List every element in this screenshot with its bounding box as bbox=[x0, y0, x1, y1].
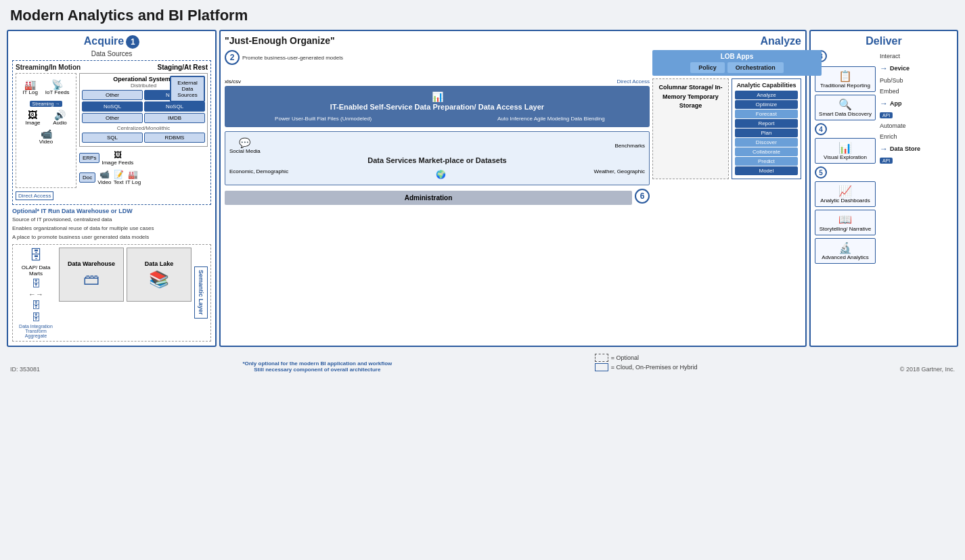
acquire-section: Acquire 1 Data Sources Streaming/In Moti… bbox=[7, 30, 217, 347]
legend-optional-label: = Optional bbox=[611, 354, 639, 361]
analytic-cap-box: Analytic Capabilities Analyze Optimize F… bbox=[732, 78, 801, 179]
data-store-arrow: → bbox=[880, 144, 888, 154]
data-warehouse-col: Data Warehouse 🗃 bbox=[59, 248, 124, 302]
streaming-tag: Streaming → bbox=[30, 101, 63, 107]
deliver-number-row: 3 bbox=[815, 50, 876, 62]
cap-report: Report bbox=[735, 119, 798, 128]
semantic-layer-label: Semantic Layer bbox=[194, 266, 208, 319]
enrich-label: Enrich bbox=[880, 133, 897, 140]
dashboards-icon: 📈 bbox=[838, 185, 852, 197]
video-icon-staging: 📹 Video bbox=[97, 170, 111, 185]
page-title: Modern Analytics and BI Platform bbox=[7, 7, 958, 24]
deliver-arrows-col: Interact → Device Pub/Sub Embed → App bbox=[880, 53, 920, 264]
number-2-circle: 2 bbox=[225, 50, 240, 65]
data-services-box: 💬 Social Media Benchmarks Data Services … bbox=[225, 131, 650, 185]
analyze-header: Analyze bbox=[761, 35, 801, 47]
smart-data-discovery: 🔍 Smart Data Discovery bbox=[815, 95, 876, 120]
it-log-icon: 🏭 IT Log bbox=[22, 80, 38, 95]
columnar-analytic-row: Columnar Storage/ In-Memory Temporary St… bbox=[652, 78, 801, 179]
visual-exploration: 📊 Visual Exploration bbox=[815, 138, 876, 164]
api-badge1: API bbox=[880, 112, 893, 118]
columnar-box: Columnar Storage/ In-Memory Temporary St… bbox=[652, 78, 729, 179]
weather-icon: 🌍 bbox=[436, 170, 446, 179]
olap-icons: 🗄 ←→ 🗄 🗄 bbox=[28, 278, 43, 323]
jeo-top-spacer: 2 Promote business-user-generated models bbox=[225, 50, 648, 76]
interact-row: Interact bbox=[880, 53, 920, 60]
page-container: Modern Analytics and BI Platform Acquire… bbox=[7, 7, 958, 373]
lower-data-section: 🗄 OLAP/ Data Marts 🗄 ←→ 🗄 🗄 Data Integra… bbox=[12, 244, 211, 342]
administration-box: Administration bbox=[225, 191, 632, 205]
audio-icon: 🔊 Audio bbox=[53, 110, 66, 126]
streaming-column: 🏭 IT Log 📡 IoT Feeds Streaming → bbox=[16, 73, 76, 188]
footer-note1: *Only optional for the modern BI applica… bbox=[242, 360, 392, 367]
self-service-box: 📊 IT-Enabled Self-Service Data Preparati… bbox=[225, 86, 650, 127]
cap-collaborate: Collaborate bbox=[735, 147, 798, 156]
doc-box: Doc bbox=[79, 172, 95, 183]
jeo-analyze-header: "Just-Enough Organize" Analyze bbox=[225, 35, 801, 47]
orch-box: Orchestration bbox=[727, 62, 784, 73]
db-grid-centralized: SQL RDBMS bbox=[82, 133, 205, 143]
external-data-sources: External Data Sources bbox=[170, 76, 205, 102]
device-label: Device bbox=[890, 65, 910, 72]
ss-title: IT-Enabled Self-Service Data Preparation… bbox=[230, 102, 644, 112]
embed-label: Embed bbox=[880, 88, 899, 95]
analytic-dashboards: 📈 Analytic Dashboards bbox=[815, 181, 876, 207]
discovery-icon: 🔍 bbox=[838, 98, 852, 111]
legend-solid-box bbox=[595, 363, 608, 371]
deliver-items-col: 3 📋 Traditional Reporting 🔍 Smart Data D… bbox=[815, 50, 876, 264]
main-diagram: Acquire 1 Data Sources Streaming/In Moti… bbox=[7, 30, 958, 347]
cap-optimize: Optimize bbox=[735, 100, 798, 109]
full-middle-row: xls/csv Direct Access 📊 IT-Enabled Self-… bbox=[225, 78, 801, 205]
advanced-analytics: 🔬 Advanced Analytics bbox=[815, 238, 876, 264]
deliver-number-5: 5 bbox=[815, 166, 827, 179]
jeo-col: xls/csv Direct Access 📊 IT-Enabled Self-… bbox=[225, 78, 650, 205]
advanced-icon: 🔬 bbox=[838, 241, 852, 254]
erp-row: ERPs 🖼 Image Feeds bbox=[79, 149, 208, 167]
device-row: → Device bbox=[880, 64, 920, 73]
benchmarks-label: Benchmarks bbox=[615, 143, 645, 149]
footer-id: ID: 353081 bbox=[10, 366, 40, 373]
app-row: → App bbox=[880, 99, 920, 108]
api-app-row: API bbox=[880, 112, 920, 118]
ds-top-row: 💬 Social Media Benchmarks bbox=[229, 136, 645, 156]
visual-icon: 📊 bbox=[838, 141, 852, 154]
staging-column: Operational Systems Distributed Other No… bbox=[79, 73, 208, 188]
pub-sub-row: Pub/Sub bbox=[880, 77, 920, 84]
streaming-icons-row2: 🖼 Image 🔊 Audio bbox=[19, 109, 73, 127]
policy-orch-row: Policy Orchestration bbox=[655, 62, 819, 73]
image-icon: 🖼 Image bbox=[25, 110, 40, 126]
acquire-subtitle: Data Sources bbox=[12, 50, 211, 57]
optional-desc1: Source of IT provisioned, centralized da… bbox=[12, 216, 211, 223]
erps-box: ERPs bbox=[79, 153, 99, 163]
legend-cloud: = Cloud, On-Premises or Hybrid bbox=[595, 363, 698, 371]
cap-predict: Predict bbox=[735, 157, 798, 166]
cap-model: Model bbox=[735, 166, 798, 175]
promote-label: Promote business-user-generated models bbox=[242, 55, 343, 61]
traditional-reporting: 📋 Traditional Reporting bbox=[815, 66, 876, 92]
dw-cylinder-icon: 🗃 bbox=[83, 270, 99, 289]
promote-row: 2 Promote business-user-generated models bbox=[225, 50, 648, 65]
ss-bottom-row: Power User-Built Flat Files (Unmodeled) … bbox=[230, 116, 644, 122]
video-icon-streaming: 📹 Video bbox=[19, 129, 73, 145]
other-box1: Other bbox=[82, 90, 143, 100]
db-icon2: 🗄 bbox=[31, 300, 41, 310]
optional-desc2: Enables organizational reuse of data for… bbox=[12, 225, 211, 232]
arrow-left: ←→ bbox=[28, 290, 43, 298]
storytelling-icon: 📖 bbox=[838, 213, 852, 226]
acquire-title: Acquire bbox=[84, 35, 125, 47]
embed-row: Embed bbox=[880, 88, 920, 95]
xls-direct-row: xls/csv Direct Access bbox=[225, 78, 650, 85]
ss-main-icon: 📊 bbox=[230, 91, 644, 102]
optional-title: Optional* IT Run Data Warehouse or LDW bbox=[12, 208, 211, 214]
xls-label: xls/csv bbox=[225, 78, 241, 85]
db-icon3: 🗄 bbox=[31, 312, 41, 323]
rdbms-box: RDBMS bbox=[144, 133, 205, 143]
pub-sub-label: Pub/Sub bbox=[880, 77, 903, 84]
it-log-icon2: 🏭 IT Log bbox=[126, 170, 141, 185]
lob-area: LOB Apps Policy Orchestration bbox=[652, 50, 801, 76]
reporting-icon: 📋 bbox=[838, 70, 852, 83]
deliver-number-row2: 4 bbox=[815, 123, 876, 135]
data-integration-label: Data Integration Transform Aggregate bbox=[16, 324, 56, 338]
streaming-staging-box: Streaming/In Motion Staging/At Rest 🏭 IT… bbox=[12, 60, 211, 205]
power-user-label: Power User-Built Flat Files (Unmodeled) bbox=[230, 116, 416, 122]
